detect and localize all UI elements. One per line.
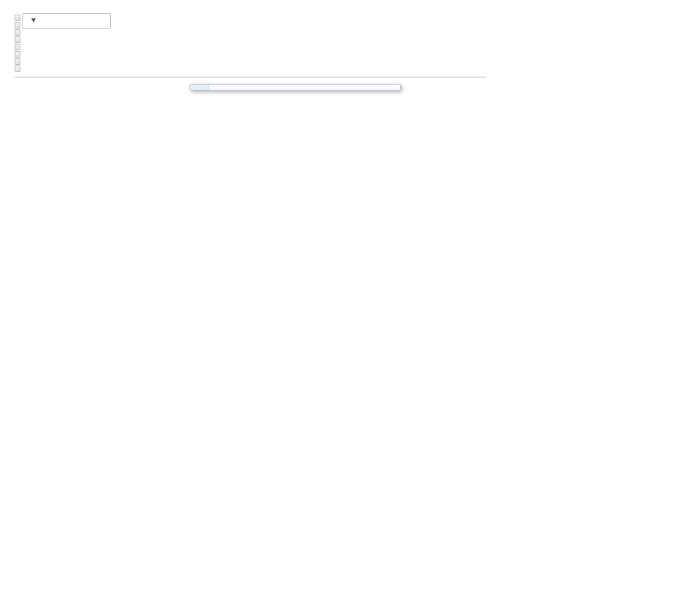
type-filter-box: ▼	[22, 13, 111, 29]
toolbar-button[interactable]	[15, 22, 20, 28]
items-count-bar	[15, 77, 486, 84]
toolbar-button[interactable]	[15, 36, 20, 43]
filter-bar: ▼	[15, 10, 486, 77]
app-screenshot: ▼	[15, 10, 486, 84]
toolbar-button[interactable]	[15, 29, 20, 36]
type-dropdown[interactable]: ▼	[27, 16, 107, 24]
toolbar-button[interactable]	[15, 15, 20, 21]
chevron-down-icon: ▼	[30, 16, 37, 24]
toolbar-button[interactable]	[15, 51, 20, 58]
toolbar-strip	[15, 13, 19, 72]
para	[15, 120, 685, 136]
toolbar-button[interactable]	[15, 66, 20, 72]
para	[15, 97, 685, 113]
toolbar-button[interactable]	[15, 58, 20, 65]
toolbar-button[interactable]	[15, 44, 20, 50]
context-menu[interactable]	[190, 84, 401, 91]
